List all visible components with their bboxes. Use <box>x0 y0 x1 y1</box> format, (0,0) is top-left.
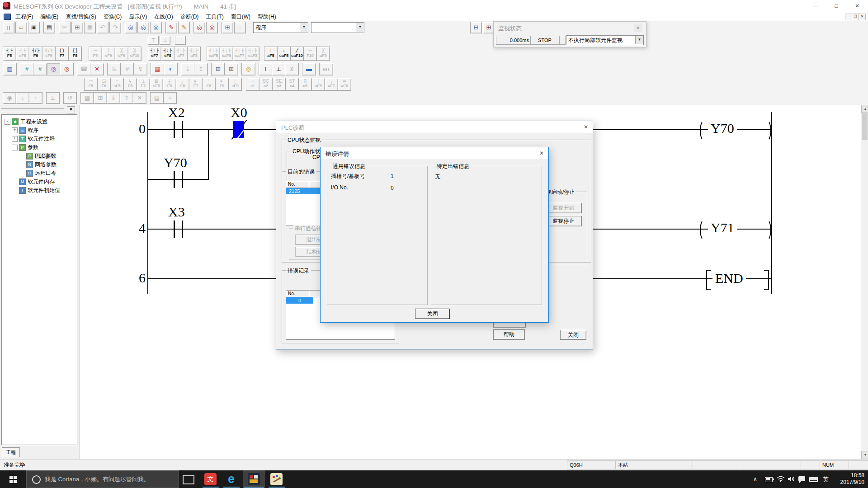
plc-dialog-close-button[interactable]: 关闭 <box>560 330 586 340</box>
monitor-stop-icon[interactable]: ⊥ <box>272 63 286 75</box>
label-down-icon[interactable]: ⊥ <box>160 36 170 45</box>
action-center-icon[interactable] <box>798 476 805 481</box>
tree-expand-icon[interactable]: + <box>12 136 18 142</box>
redo-icon[interactable]: ↷ <box>109 22 121 33</box>
sfc-simultaneous-convergence[interactable]: ┘ F8 <box>202 78 216 91</box>
child-minimize-button[interactable]: — <box>845 14 852 20</box>
help-circle-icon[interactable]: ◌ <box>234 22 246 33</box>
child-close-button[interactable]: ✕ <box>859 14 866 20</box>
block-copy-icon[interactable]: ⊞ <box>94 92 107 104</box>
tree-item-program[interactable]: +≣程序 <box>2 126 77 135</box>
gx-developer-taskbar-icon[interactable] <box>248 473 260 485</box>
monitor-stop-all-icon[interactable]: ✕ <box>90 63 104 75</box>
coil[interactable]: ( ) F7 <box>55 47 69 61</box>
touch-keyboard-icon[interactable] <box>809 477 818 482</box>
tree-item-device-init-value[interactable]: I软元件初始值 <box>2 186 77 195</box>
speaker-icon[interactable] <box>788 476 795 482</box>
monitor-mode-combo[interactable]: 不执行局部软元件监视 ▼ <box>566 35 644 45</box>
child-window-icon[interactable] <box>4 14 11 20</box>
project-tab[interactable]: 工程 <box>2 447 20 457</box>
undo-icon[interactable]: ↶ <box>97 22 108 33</box>
window-new-icon[interactable]: ⊞ <box>224 63 238 75</box>
sfc-rule-st[interactable]: ST c4 <box>285 78 299 91</box>
sfc-end-step[interactable]: ⊥ F7 <box>137 78 150 91</box>
menu-item[interactable]: 工程(F) <box>12 12 37 22</box>
error-dialog-close-button[interactable]: 关闭 <box>415 309 450 319</box>
operation-result-pulse[interactable]: ╱ caF10 <box>290 47 304 61</box>
wifi-icon[interactable] <box>777 476 785 482</box>
program-type-combo[interactable]: 程序 ▼ <box>253 22 308 33</box>
line-erase[interactable]: ╳ aF9 <box>316 47 330 61</box>
window-jump-icon[interactable]: ⊞ <box>211 63 225 75</box>
project-data-list-icon[interactable]: ⊞ <box>222 22 233 33</box>
parallel-open-contact[interactable]: ┤├ sF5 <box>16 47 29 61</box>
menu-item[interactable]: 变换(C) <box>100 12 126 22</box>
sfc-reset-step[interactable]: ⊠ sF5 <box>150 78 163 91</box>
panel-grip[interactable] <box>1 109 64 111</box>
tree-item-plc-parameter[interactable]: PPLC参数 <box>2 152 77 160</box>
sfc-selection-convergence[interactable]: ╕ F7 <box>189 78 203 91</box>
secondary-combo[interactable]: ▼ <box>311 22 364 33</box>
taskbar-clock[interactable]: 18:58 2017/9/10 <box>831 472 864 486</box>
parallel-closed-contact[interactable]: ┤/├ sF6 <box>42 47 56 61</box>
rising-pulse-contact[interactable]: ┤↑├ sF7 <box>148 47 161 61</box>
sfc-dummy-step[interactable]: ≡ sF6 <box>110 78 124 91</box>
falling-pulse-contact[interactable]: ┤↓├ sF8 <box>161 47 175 61</box>
menu-item[interactable]: 工具(T) <box>202 12 227 22</box>
screen-display-icon[interactable]: ▬ <box>302 63 316 75</box>
tree-item-parameter[interactable]: -P参数 <box>2 143 77 152</box>
change-module-icon[interactable]: ↺ <box>63 92 77 104</box>
red-app-icon[interactable]: 文 <box>204 473 217 485</box>
zoom-monitor-icon[interactable]: ◎ <box>193 22 205 33</box>
block-delete-icon[interactable]: ✕ <box>133 92 146 104</box>
monitor-write-icon[interactable]: ⊻ <box>285 63 299 75</box>
parallel-falling-pulse[interactable]: ┤↓├ aF8 <box>187 47 201 61</box>
chevron-down-icon[interactable]: ▼ <box>300 23 308 32</box>
open-contact[interactable]: ┤├ F5 <box>3 47 16 61</box>
tree-expand-icon[interactable]: + <box>12 127 18 133</box>
tree-expand-icon[interactable]: - <box>5 119 10 125</box>
close-button[interactable]: ✕ <box>847 0 867 12</box>
device-test-icon[interactable]: ✎ <box>165 22 177 33</box>
tree-expand-icon[interactable]: - <box>12 145 18 150</box>
close-icon[interactable]: ✕ <box>539 150 544 156</box>
block-insert-up-icon[interactable]: ⇑ <box>120 92 133 104</box>
parallel-rising-negate[interactable]: ┤↑├ saF7 <box>233 47 246 61</box>
closed-contact[interactable]: ┤/├ F6 <box>29 47 42 61</box>
find-next-down-icon[interactable]: ↓ <box>16 92 29 104</box>
parallel-falling-negate[interactable]: ┤↓├ saF8 <box>246 47 259 61</box>
sfc-vertical-line-draw[interactable]: ╛ F9 <box>215 78 229 91</box>
cut-icon[interactable]: ✂ <box>59 22 71 33</box>
error-dialog-titlebar[interactable]: 错误详情 ✕ <box>321 147 548 159</box>
scroll-up-icon[interactable]: ▲ <box>861 105 868 113</box>
delete-vertical-line[interactable]: ╳ cF10 <box>128 47 142 61</box>
device-batch-icon[interactable]: ≋ <box>107 63 121 75</box>
menu-item[interactable]: 窗口(W) <box>227 12 254 22</box>
application-instruction[interactable]: { } F8 <box>68 47 82 61</box>
menu-item[interactable]: 帮助(H) <box>254 12 280 22</box>
read-mode-icon[interactable]: ◎ <box>47 63 61 75</box>
open-project-icon[interactable]: ▱ <box>15 22 27 33</box>
line-draw[interactable]: ─ F10 <box>303 47 317 61</box>
falling-pulse-negate[interactable]: ┤↓├ saF6 <box>220 47 233 61</box>
statement-edit-icon[interactable]: # <box>33 63 47 75</box>
child-restore-button[interactable]: ❐ <box>852 14 859 20</box>
paint-app-icon[interactable] <box>270 473 283 485</box>
tree-item-device-comment[interactable]: +T软元件注释 <box>2 135 77 143</box>
device-registration-icon[interactable]: # <box>120 63 134 75</box>
sfc-block-start-step[interactable]: ⊟ F6 <box>97 78 111 91</box>
error-log-row[interactable]: 0 <box>286 297 313 304</box>
jump-icon[interactable]: ⊥ <box>46 92 60 104</box>
minimize-button[interactable]: — <box>806 0 826 12</box>
monitor-stop-button[interactable]: 监视停止 <box>545 216 582 226</box>
sfc-selection-divergence[interactable]: ┼ F5 <box>163 78 176 91</box>
find-device-icon[interactable]: ◎ <box>125 22 137 33</box>
menu-item[interactable]: 编辑(E) <box>37 12 62 22</box>
chevron-down-icon[interactable]: ▼ <box>356 23 364 32</box>
vertical-line[interactable]: │ sF9 <box>102 47 115 61</box>
save-display-icon[interactable]: ▤ <box>150 92 164 104</box>
start-button[interactable] <box>0 470 26 488</box>
ladder-instruction-toggle-icon[interactable]: ▥ <box>3 63 17 75</box>
scroll-down-icon[interactable]: ▼ <box>861 451 868 459</box>
panel-close-icon[interactable]: ✕ <box>67 106 75 113</box>
